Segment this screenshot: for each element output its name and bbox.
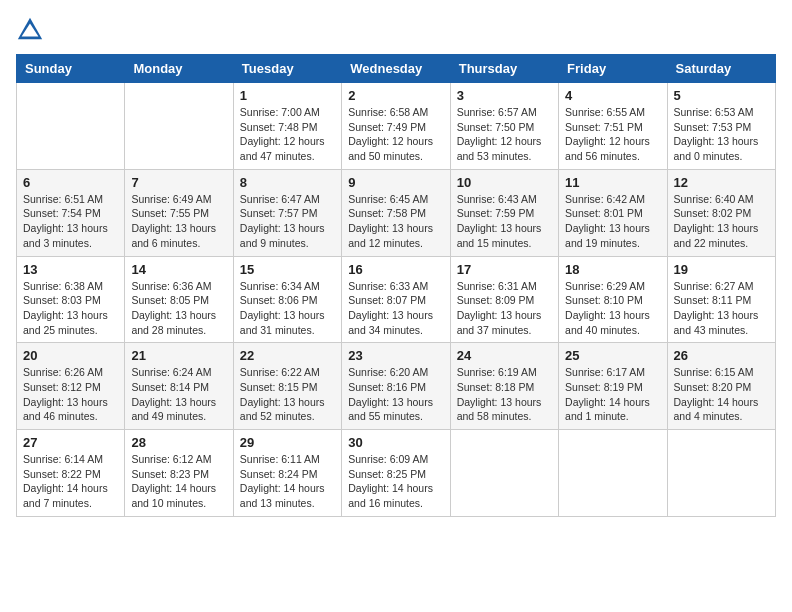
day-info: Sunrise: 7:00 AM Sunset: 7:48 PM Dayligh…	[240, 105, 335, 164]
day-cell: 24Sunrise: 6:19 AM Sunset: 8:18 PM Dayli…	[450, 343, 558, 430]
day-number: 22	[240, 348, 335, 363]
day-info: Sunrise: 6:34 AM Sunset: 8:06 PM Dayligh…	[240, 279, 335, 338]
day-info: Sunrise: 6:22 AM Sunset: 8:15 PM Dayligh…	[240, 365, 335, 424]
day-number: 8	[240, 175, 335, 190]
day-number: 29	[240, 435, 335, 450]
day-info: Sunrise: 6:42 AM Sunset: 8:01 PM Dayligh…	[565, 192, 660, 251]
day-number: 28	[131, 435, 226, 450]
day-cell: 10Sunrise: 6:43 AM Sunset: 7:59 PM Dayli…	[450, 169, 558, 256]
calendar-table: SundayMondayTuesdayWednesdayThursdayFrid…	[16, 54, 776, 517]
header-cell-friday: Friday	[559, 55, 667, 83]
day-number: 19	[674, 262, 769, 277]
header-cell-thursday: Thursday	[450, 55, 558, 83]
day-cell	[17, 83, 125, 170]
day-info: Sunrise: 6:26 AM Sunset: 8:12 PM Dayligh…	[23, 365, 118, 424]
day-number: 11	[565, 175, 660, 190]
day-cell: 17Sunrise: 6:31 AM Sunset: 8:09 PM Dayli…	[450, 256, 558, 343]
day-info: Sunrise: 6:14 AM Sunset: 8:22 PM Dayligh…	[23, 452, 118, 511]
header-cell-saturday: Saturday	[667, 55, 775, 83]
day-info: Sunrise: 6:43 AM Sunset: 7:59 PM Dayligh…	[457, 192, 552, 251]
day-cell: 9Sunrise: 6:45 AM Sunset: 7:58 PM Daylig…	[342, 169, 450, 256]
calendar-header: SundayMondayTuesdayWednesdayThursdayFrid…	[17, 55, 776, 83]
day-cell: 19Sunrise: 6:27 AM Sunset: 8:11 PM Dayli…	[667, 256, 775, 343]
day-number: 21	[131, 348, 226, 363]
day-number: 15	[240, 262, 335, 277]
day-number: 18	[565, 262, 660, 277]
day-info: Sunrise: 6:36 AM Sunset: 8:05 PM Dayligh…	[131, 279, 226, 338]
week-row-2: 13Sunrise: 6:38 AM Sunset: 8:03 PM Dayli…	[17, 256, 776, 343]
day-cell: 21Sunrise: 6:24 AM Sunset: 8:14 PM Dayli…	[125, 343, 233, 430]
week-row-3: 20Sunrise: 6:26 AM Sunset: 8:12 PM Dayli…	[17, 343, 776, 430]
day-info: Sunrise: 6:09 AM Sunset: 8:25 PM Dayligh…	[348, 452, 443, 511]
day-info: Sunrise: 6:40 AM Sunset: 8:02 PM Dayligh…	[674, 192, 769, 251]
day-number: 23	[348, 348, 443, 363]
day-number: 12	[674, 175, 769, 190]
day-number: 6	[23, 175, 118, 190]
day-number: 14	[131, 262, 226, 277]
day-cell	[450, 430, 558, 517]
week-row-0: 1Sunrise: 7:00 AM Sunset: 7:48 PM Daylig…	[17, 83, 776, 170]
day-info: Sunrise: 6:38 AM Sunset: 8:03 PM Dayligh…	[23, 279, 118, 338]
day-cell: 25Sunrise: 6:17 AM Sunset: 8:19 PM Dayli…	[559, 343, 667, 430]
day-cell: 22Sunrise: 6:22 AM Sunset: 8:15 PM Dayli…	[233, 343, 341, 430]
week-row-4: 27Sunrise: 6:14 AM Sunset: 8:22 PM Dayli…	[17, 430, 776, 517]
logo-icon	[16, 16, 44, 44]
day-cell: 20Sunrise: 6:26 AM Sunset: 8:12 PM Dayli…	[17, 343, 125, 430]
day-number: 16	[348, 262, 443, 277]
day-cell: 30Sunrise: 6:09 AM Sunset: 8:25 PM Dayli…	[342, 430, 450, 517]
day-cell: 18Sunrise: 6:29 AM Sunset: 8:10 PM Dayli…	[559, 256, 667, 343]
day-cell: 3Sunrise: 6:57 AM Sunset: 7:50 PM Daylig…	[450, 83, 558, 170]
day-info: Sunrise: 6:17 AM Sunset: 8:19 PM Dayligh…	[565, 365, 660, 424]
day-info: Sunrise: 6:49 AM Sunset: 7:55 PM Dayligh…	[131, 192, 226, 251]
day-cell: 5Sunrise: 6:53 AM Sunset: 7:53 PM Daylig…	[667, 83, 775, 170]
day-info: Sunrise: 6:24 AM Sunset: 8:14 PM Dayligh…	[131, 365, 226, 424]
day-cell: 4Sunrise: 6:55 AM Sunset: 7:51 PM Daylig…	[559, 83, 667, 170]
day-cell	[559, 430, 667, 517]
day-cell: 12Sunrise: 6:40 AM Sunset: 8:02 PM Dayli…	[667, 169, 775, 256]
day-number: 20	[23, 348, 118, 363]
day-number: 9	[348, 175, 443, 190]
header-cell-monday: Monday	[125, 55, 233, 83]
day-cell: 29Sunrise: 6:11 AM Sunset: 8:24 PM Dayli…	[233, 430, 341, 517]
day-cell: 6Sunrise: 6:51 AM Sunset: 7:54 PM Daylig…	[17, 169, 125, 256]
week-row-1: 6Sunrise: 6:51 AM Sunset: 7:54 PM Daylig…	[17, 169, 776, 256]
day-number: 7	[131, 175, 226, 190]
day-number: 5	[674, 88, 769, 103]
day-info: Sunrise: 6:27 AM Sunset: 8:11 PM Dayligh…	[674, 279, 769, 338]
day-info: Sunrise: 6:29 AM Sunset: 8:10 PM Dayligh…	[565, 279, 660, 338]
day-info: Sunrise: 6:55 AM Sunset: 7:51 PM Dayligh…	[565, 105, 660, 164]
day-cell: 26Sunrise: 6:15 AM Sunset: 8:20 PM Dayli…	[667, 343, 775, 430]
day-info: Sunrise: 6:33 AM Sunset: 8:07 PM Dayligh…	[348, 279, 443, 338]
page-header	[16, 16, 776, 44]
day-info: Sunrise: 6:58 AM Sunset: 7:49 PM Dayligh…	[348, 105, 443, 164]
day-number: 3	[457, 88, 552, 103]
day-number: 1	[240, 88, 335, 103]
header-cell-sunday: Sunday	[17, 55, 125, 83]
day-cell: 27Sunrise: 6:14 AM Sunset: 8:22 PM Dayli…	[17, 430, 125, 517]
day-info: Sunrise: 6:51 AM Sunset: 7:54 PM Dayligh…	[23, 192, 118, 251]
day-info: Sunrise: 6:15 AM Sunset: 8:20 PM Dayligh…	[674, 365, 769, 424]
day-cell: 13Sunrise: 6:38 AM Sunset: 8:03 PM Dayli…	[17, 256, 125, 343]
day-info: Sunrise: 6:45 AM Sunset: 7:58 PM Dayligh…	[348, 192, 443, 251]
day-cell: 28Sunrise: 6:12 AM Sunset: 8:23 PM Dayli…	[125, 430, 233, 517]
day-cell: 11Sunrise: 6:42 AM Sunset: 8:01 PM Dayli…	[559, 169, 667, 256]
day-number: 26	[674, 348, 769, 363]
day-number: 13	[23, 262, 118, 277]
day-number: 24	[457, 348, 552, 363]
calendar-body: 1Sunrise: 7:00 AM Sunset: 7:48 PM Daylig…	[17, 83, 776, 517]
header-cell-wednesday: Wednesday	[342, 55, 450, 83]
day-cell: 14Sunrise: 6:36 AM Sunset: 8:05 PM Dayli…	[125, 256, 233, 343]
day-info: Sunrise: 6:47 AM Sunset: 7:57 PM Dayligh…	[240, 192, 335, 251]
day-cell	[667, 430, 775, 517]
day-cell: 7Sunrise: 6:49 AM Sunset: 7:55 PM Daylig…	[125, 169, 233, 256]
day-number: 17	[457, 262, 552, 277]
day-number: 30	[348, 435, 443, 450]
header-row: SundayMondayTuesdayWednesdayThursdayFrid…	[17, 55, 776, 83]
day-number: 27	[23, 435, 118, 450]
day-number: 10	[457, 175, 552, 190]
day-info: Sunrise: 6:20 AM Sunset: 8:16 PM Dayligh…	[348, 365, 443, 424]
day-cell	[125, 83, 233, 170]
day-cell: 1Sunrise: 7:00 AM Sunset: 7:48 PM Daylig…	[233, 83, 341, 170]
day-number: 25	[565, 348, 660, 363]
day-cell: 8Sunrise: 6:47 AM Sunset: 7:57 PM Daylig…	[233, 169, 341, 256]
